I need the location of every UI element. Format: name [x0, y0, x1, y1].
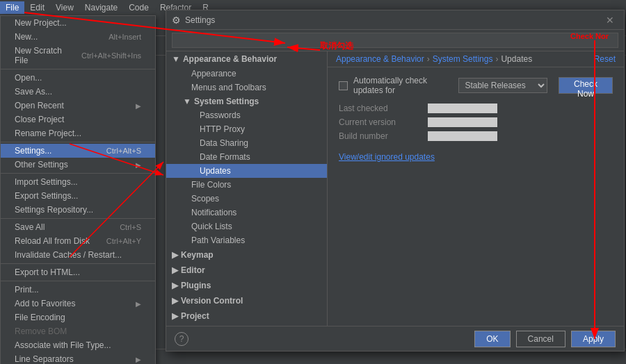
- add-favorites-item[interactable]: Add to Favorites ▶: [1, 297, 155, 311]
- new-scratch-file-item[interactable]: New Scratch File Ctrl+Alt+Shift+Ins: [1, 44, 155, 67]
- tree-updates[interactable]: Updates: [166, 164, 327, 178]
- system-settings-section[interactable]: ▼ System Settings: [166, 94, 327, 108]
- export-html-item[interactable]: Export to HTML...: [1, 265, 155, 279]
- breadcrumb-system[interactable]: System Settings: [433, 54, 493, 64]
- tree-quick-lists[interactable]: Quick Lists: [166, 220, 327, 233]
- content-panel: Appearance & Behavior › System Settings …: [328, 51, 624, 326]
- dialog-title: ⚙ Settings: [172, 15, 215, 26]
- open-recent-arrow: ▶: [136, 102, 141, 110]
- separator-2: [1, 142, 155, 142]
- plugins-section[interactable]: ▶ Plugins: [166, 278, 327, 293]
- line-sep-arrow: ▶: [136, 356, 141, 363]
- dialog-search-area: [166, 30, 624, 51]
- view-menu[interactable]: View: [50, 1, 79, 14]
- tree-scopes[interactable]: Scopes: [166, 192, 327, 206]
- export-settings-item[interactable]: Export Settings...: [1, 189, 155, 203]
- content-body: Automatically check updates for Stable R…: [328, 67, 624, 326]
- build-number-value: [428, 131, 497, 141]
- dialog-footer: ? OK Cancel Apply: [166, 326, 624, 351]
- separator-1: [1, 69, 155, 69]
- view-ignored-link[interactable]: View/edit ignored updates: [339, 152, 613, 162]
- breadcrumb-sep-1: ›: [427, 54, 430, 64]
- auto-check-label: Automatically check updates for: [353, 76, 453, 95]
- open-recent-item[interactable]: Open Recent ▶: [1, 99, 155, 113]
- editor-section[interactable]: ▶ Editor: [166, 263, 327, 278]
- line-separators-item[interactable]: Line Separators ▶: [1, 352, 155, 364]
- expand-icon-keymap: ▶: [172, 250, 178, 260]
- expand-icon-sys: ▼: [177, 97, 191, 106]
- other-settings-item[interactable]: Other Settings ▶: [1, 158, 155, 172]
- last-checked-row: Last checked: [339, 104, 613, 113]
- cancel-button[interactable]: Cancel: [516, 331, 565, 347]
- breadcrumb: Appearance & Behavior › System Settings …: [328, 51, 624, 67]
- tree-data-sharing[interactable]: Data Sharing: [166, 136, 327, 150]
- file-menu[interactable]: File: [0, 1, 24, 14]
- expand-icon-proj: ▶: [172, 311, 178, 321]
- keymap-section[interactable]: ▶ Keymap: [166, 247, 327, 263]
- last-checked-value: [428, 104, 497, 113]
- tree-date-formats[interactable]: Date Formats: [166, 150, 327, 164]
- dialog-body: ▼ Appearance & Behavior Appearance Menus…: [166, 51, 624, 326]
- current-version-label: Current version: [339, 117, 422, 127]
- close-button[interactable]: ✕: [602, 13, 618, 27]
- separator-6: [1, 281, 155, 281]
- build-number-row: Build number: [339, 131, 613, 141]
- expand-icon-editor: ▶: [172, 265, 178, 275]
- import-settings-item[interactable]: Import Settings...: [1, 175, 155, 189]
- edit-menu[interactable]: Edit: [24, 1, 50, 14]
- favorites-arrow: ▶: [136, 300, 141, 308]
- tree-http-proxy[interactable]: HTTP Proxy: [166, 122, 327, 136]
- updates-channel-select[interactable]: Stable ReleasesEarly Access ProgramBeta …: [458, 78, 547, 93]
- new-item[interactable]: New... Alt+Insert: [1, 30, 155, 44]
- dialog-titlebar: ⚙ Settings ✕: [166, 10, 624, 30]
- tree-menus-toolbars[interactable]: Menus and Toolbars: [166, 81, 327, 94]
- expand-icon-plugins: ▶: [172, 281, 178, 290]
- rename-project-item[interactable]: Rename Project...: [1, 126, 155, 140]
- tree-path-variables[interactable]: Path Variables: [166, 233, 327, 247]
- breadcrumb-current: Updates: [501, 54, 532, 64]
- auto-check-row: Automatically check updates for Stable R…: [339, 76, 613, 95]
- navigate-menu[interactable]: Navigate: [79, 1, 123, 14]
- save-all-item[interactable]: Save All Ctrl+S: [1, 220, 155, 234]
- breadcrumb-appearance[interactable]: Appearance & Behavior: [336, 54, 424, 64]
- tree-file-colors[interactable]: File Colors: [166, 178, 327, 192]
- build-number-label: Build number: [339, 131, 422, 141]
- check-now-button[interactable]: Check Now: [559, 77, 613, 94]
- separator-5: [1, 263, 155, 264]
- auto-check-checkbox[interactable]: [339, 81, 348, 90]
- project-section[interactable]: ▶ Project: [166, 308, 327, 324]
- save-as-item[interactable]: Save As...: [1, 85, 155, 99]
- separator-3: [1, 173, 155, 174]
- ok-button[interactable]: OK: [474, 331, 510, 347]
- file-encoding-item[interactable]: File Encoding: [1, 311, 155, 324]
- other-settings-arrow: ▶: [136, 161, 141, 169]
- associate-file-type-item[interactable]: Associate with File Type...: [1, 338, 155, 352]
- expand-icon-vc: ▶: [172, 296, 178, 306]
- settings-search-input[interactable]: [172, 33, 618, 48]
- tree-appearance[interactable]: Appearance: [166, 67, 327, 81]
- version-control-section[interactable]: ▶ Version Control: [166, 293, 327, 308]
- separator-4: [1, 218, 155, 219]
- print-item[interactable]: Print...: [1, 283, 155, 297]
- appearance-behavior-section[interactable]: ▼ Appearance & Behavior: [166, 51, 327, 67]
- tree-passwords[interactable]: Passwords: [166, 108, 327, 122]
- reset-link[interactable]: Reset: [594, 54, 616, 64]
- code-menu[interactable]: Code: [123, 1, 154, 14]
- reload-disk-item[interactable]: Reload All from Disk Ctrl+Alt+Y: [1, 234, 155, 248]
- settings-dialog: ⚙ Settings ✕ ▼ Appearance & Behavior App…: [166, 10, 625, 351]
- breadcrumb-sep-2: ›: [495, 54, 498, 64]
- close-project-item[interactable]: Close Project: [1, 113, 155, 126]
- help-button[interactable]: ?: [175, 332, 188, 346]
- expand-icon: ▼: [172, 54, 180, 64]
- current-version-row: Current version: [339, 117, 613, 127]
- settings-item[interactable]: Settings... Ctrl+Alt+S: [1, 144, 155, 158]
- remove-bom-item: Remove BOM: [1, 324, 155, 338]
- invalidate-caches-item[interactable]: Invalidate Caches / Restart...: [1, 248, 155, 262]
- open-item[interactable]: Open...: [1, 71, 155, 85]
- tree-notifications[interactable]: Notifications: [166, 206, 327, 220]
- apply-button[interactable]: Apply: [571, 331, 616, 347]
- new-project-item[interactable]: New Project...: [1, 16, 155, 30]
- settings-icon: ⚙: [172, 15, 181, 26]
- last-checked-label: Last checked: [339, 104, 422, 113]
- settings-repo-item[interactable]: Settings Repository...: [1, 203, 155, 217]
